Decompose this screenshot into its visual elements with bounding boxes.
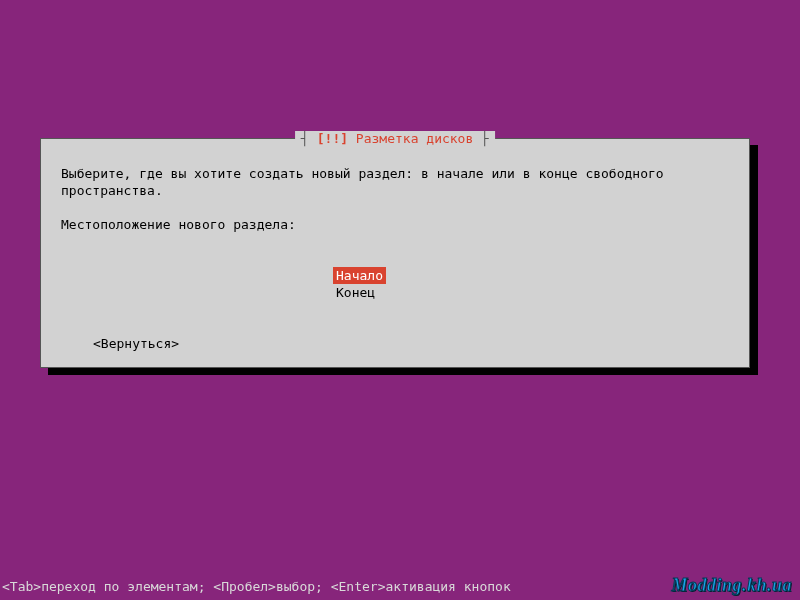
options-list: Начало Конец [333, 267, 729, 301]
prompt-label: Местоположение нового раздела: [61, 216, 729, 233]
option-begin[interactable]: Начало [333, 267, 386, 284]
instruction-line-2: пространства. [61, 182, 729, 199]
title-text: Разметка дисков [348, 131, 473, 146]
go-back-button[interactable]: <Вернуться> [93, 335, 179, 352]
title-bang: [!!] [317, 131, 348, 146]
dialog-body: Выберите, где вы хотите создать новый ра… [61, 165, 729, 352]
help-bar: <Tab>переход по элементам; <Пробел>выбор… [0, 579, 511, 594]
dialog-title: ┤ [!!] Разметка дисков ├ [295, 131, 495, 146]
instruction-line-1: Выберите, где вы хотите создать новый ра… [61, 165, 729, 182]
partition-dialog: ┤ [!!] Разметка дисков ├ Выберите, где в… [40, 138, 750, 368]
watermark: Modding.kh.ua [671, 575, 792, 596]
option-end[interactable]: Конец [333, 284, 378, 301]
title-right-brace: ├ [473, 131, 489, 146]
title-left-brace: ┤ [301, 131, 317, 146]
